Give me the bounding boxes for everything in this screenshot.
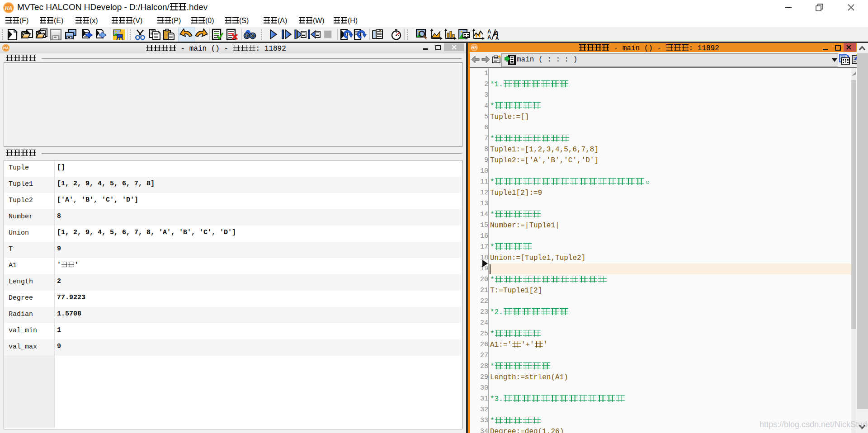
svg-text:A: A xyxy=(487,28,491,35)
svg-text:HA: HA xyxy=(3,46,9,50)
svg-text:A: A xyxy=(487,34,491,41)
svg-text:HA: HA xyxy=(5,5,12,11)
svg-text:HA: HA xyxy=(472,46,477,50)
svg-text:A: A xyxy=(495,36,499,41)
